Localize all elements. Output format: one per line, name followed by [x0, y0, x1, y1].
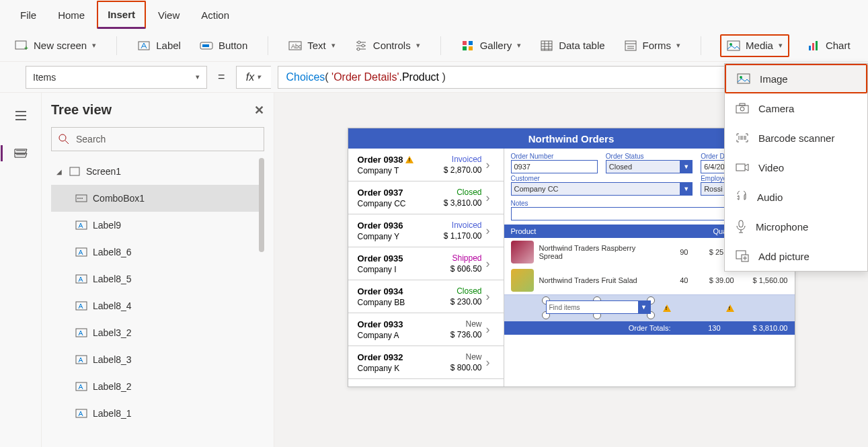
chevron-down-icon: ▾	[416, 41, 420, 50]
gallery-button[interactable]: Gallery ▾	[460, 36, 523, 55]
order-num-field[interactable]: 0937	[511, 160, 598, 173]
tree-node-label8_2[interactable]: Label8_2	[51, 373, 264, 400]
svg-point-36	[740, 76, 742, 79]
label-button[interactable]: Label	[136, 36, 182, 55]
svg-rect-11	[469, 41, 473, 45]
property-selected-label: Items	[33, 72, 56, 83]
tree-title: Tree view	[51, 102, 112, 118]
svg-point-39	[740, 107, 744, 111]
chevron-down-icon: ▾	[517, 41, 521, 50]
media-button[interactable]: Media ▾	[720, 34, 789, 57]
media-item-add-picture[interactable]: Add picture	[725, 241, 867, 271]
chevron-right-icon: ›	[486, 257, 497, 271]
media-label: Media	[746, 40, 773, 51]
media-item-label: Microphone	[756, 221, 808, 233]
tree-panel: Tree view ✕ Search ◢ Screen1 ComboBox1La…	[42, 93, 274, 447]
tree-node-label: Label8_3	[93, 354, 132, 365]
chart-button[interactable]: Chart	[805, 36, 852, 55]
text-icon: Abc	[288, 39, 302, 52]
order-item[interactable]: Order 0938Company TInvoiced$ 2,870.00›	[348, 149, 504, 181]
tree-node-label8_5[interactable]: Label8_5	[51, 266, 264, 292]
order-item[interactable]: Order 0934Company BBClosed$ 230.00›	[348, 280, 504, 313]
tab-view[interactable]: View	[149, 3, 189, 28]
svg-rect-13	[469, 46, 473, 50]
media-item-image[interactable]: Image	[725, 64, 867, 93]
label-icon	[75, 219, 87, 231]
data-table-button[interactable]: Data table	[539, 36, 606, 55]
tab-file[interactable]: File	[11, 3, 46, 28]
image-icon	[737, 73, 750, 84]
tree-node-screen1[interactable]: ◢ Screen1	[51, 158, 264, 185]
svg-rect-40	[736, 164, 745, 171]
media-item-label: Audio	[757, 192, 783, 203]
tree-node-combobox1[interactable]: ComboBox1	[51, 185, 264, 212]
tree-node-label8_4[interactable]: Label8_4	[51, 292, 264, 319]
customer-select[interactable]: Company CC▼	[511, 182, 693, 196]
order-list-gallery[interactable]: Order 0938Company TInvoiced$ 2,870.00›Or…	[348, 149, 504, 387]
order-item[interactable]: Order 0932Company KNew$ 800.00›	[348, 346, 504, 379]
scrollbar-thumb[interactable]	[259, 158, 264, 252]
order-item[interactable]: Order 0933Company ANew$ 736.00›	[348, 313, 504, 346]
add-picture-icon	[736, 250, 749, 262]
button-button[interactable]: Button	[198, 36, 249, 55]
label-icon	[75, 246, 87, 258]
chevron-down-icon: ▾	[331, 41, 336, 50]
tree-node-label: Label8_1	[93, 408, 132, 419]
controls-button[interactable]: Controls ▾	[353, 36, 422, 55]
tree-node-label8_6[interactable]: Label8_6	[51, 239, 264, 266]
svg-rect-38	[740, 104, 745, 106]
new-screen-button[interactable]: + New screen ▾	[13, 36, 97, 55]
order-item[interactable]: Order 0935Company IShipped$ 606.50›	[348, 247, 504, 280]
media-item-microphone[interactable]: Microphone	[725, 212, 867, 241]
order-status-select[interactable]: Closed▼	[606, 160, 693, 173]
app-title: Northwind Orders	[528, 133, 615, 145]
svg-rect-12	[463, 46, 467, 50]
combobox-selection-area: Find items ▼	[504, 294, 795, 321]
fx-button[interactable]: fx▾	[236, 66, 271, 89]
media-item-barcode-scanner[interactable]: Barcode scanner	[725, 123, 867, 153]
tree-search-input[interactable]: Search	[51, 127, 264, 151]
forms-button[interactable]: Forms ▾	[623, 36, 682, 55]
tree-view-button[interactable]	[10, 143, 32, 164]
text-button[interactable]: Abc Text ▾	[287, 36, 337, 55]
tree-node-label8_3[interactable]: Label8_3	[51, 346, 264, 373]
controls-label: Controls	[373, 40, 411, 51]
tree-node-label: Label8_5	[93, 274, 132, 284]
tab-action[interactable]: Action	[192, 3, 239, 28]
order-status-label: Order Status	[606, 153, 693, 160]
media-item-audio[interactable]: Audio	[725, 182, 867, 212]
combobox1[interactable]: Find items ▼	[546, 300, 651, 314]
chevron-down-icon: ▼	[638, 301, 650, 313]
tree-node-label8_1[interactable]: Label8_1	[51, 400, 264, 427]
video-icon	[736, 162, 749, 173]
media-item-camera[interactable]: Camera	[725, 93, 867, 123]
svg-rect-18	[809, 46, 811, 50]
label-icon	[75, 327, 87, 339]
separator	[701, 36, 701, 55]
tree-node-label9[interactable]: Label9	[51, 212, 264, 239]
svg-text:+: +	[24, 44, 28, 51]
media-item-video[interactable]: Video	[725, 153, 867, 182]
media-dropdown: ImageCameraBarcode scannerVideoAudioMicr…	[724, 63, 868, 272]
property-selector[interactable]: Items ▾	[26, 66, 207, 89]
close-icon[interactable]: ✕	[254, 103, 264, 118]
caret-icon: ◢	[55, 168, 63, 175]
separator	[116, 36, 117, 55]
tree-node-label3_2[interactable]: Label3_2	[51, 319, 264, 346]
insert-ribbon: + New screen ▾ Label Button Abc Text ▾ C…	[0, 30, 868, 62]
tree-node-label: ComboBox1	[93, 193, 145, 204]
hamburger-button[interactable]	[10, 105, 32, 126]
tab-home[interactable]: Home	[48, 3, 94, 28]
label-icon	[75, 300, 87, 312]
order-item[interactable]: Order 0937Company CCClosed$ 3,810.00›	[348, 181, 504, 214]
tree-body: ◢ Screen1 ComboBox1Label9Label8_6Label8_…	[51, 158, 264, 447]
text-label: Text	[307, 40, 326, 51]
microphone-icon	[736, 220, 746, 233]
label-label: Label	[156, 40, 181, 51]
tab-insert[interactable]: Insert	[97, 1, 146, 29]
media-item-label: Add picture	[758, 251, 810, 262]
chevron-down-icon: ▾	[676, 41, 680, 50]
order-num-label: Order Number	[511, 153, 598, 160]
order-item[interactable]: Order 0936Company YInvoiced$ 1,170.00›	[348, 214, 504, 247]
svg-point-25	[79, 198, 81, 199]
